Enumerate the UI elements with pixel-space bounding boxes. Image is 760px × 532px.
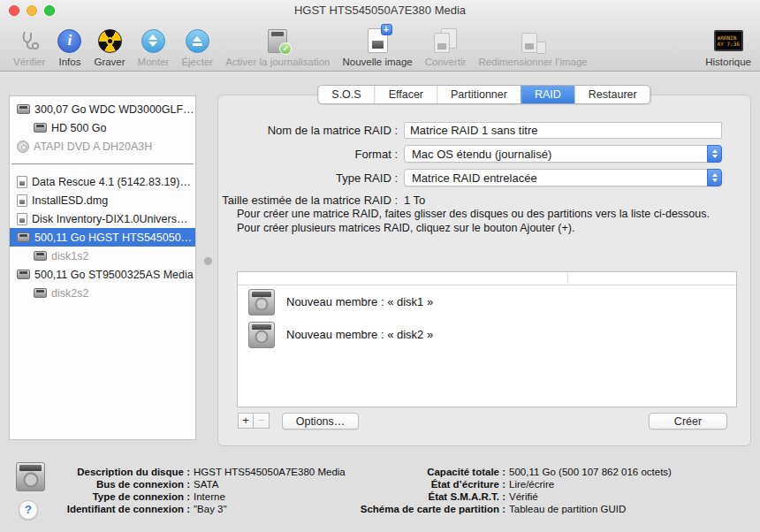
tab-sos[interactable]: S.O.S [318, 86, 374, 103]
sidebar-item-hd500[interactable]: HD 500 Go [10, 118, 195, 137]
toolbar-label: Vérifier [13, 57, 45, 67]
sidebar-item-diskinventory[interactable]: Disk Inventory-DIX1.0Univers… [10, 209, 195, 228]
hard-disk-icon [17, 232, 30, 242]
toolbar: Vérifier i Infos Graver Monter Éjecter ✓ [7, 20, 753, 70]
options-button[interactable]: Options… [282, 413, 359, 429]
resize-image-button[interactable]: Redimensionner l’image [478, 27, 587, 70]
format-popup-value: Mac OS étendu (journalisé) [412, 148, 551, 161]
sidebar-item-st9500[interactable]: 500,11 Go ST9500325AS Media [10, 265, 195, 284]
raid-type-popup[interactable]: Matrice RAID entrelacée [404, 169, 722, 186]
tab-bar: S.O.S Effacer Partitionner RAID Restaure… [317, 85, 650, 104]
info-value: "Bay 3" [190, 503, 227, 515]
info-column-left: Description du disque : HGST HTS545050A7… [53, 466, 346, 515]
convert-pages-icon [434, 27, 457, 54]
toolbar-label: Convertir [425, 57, 467, 67]
member-row-disk1[interactable]: Nouveau membre : « disk1 » [238, 285, 736, 318]
sidebar-item-label: disk2s2 [51, 287, 88, 300]
sidebar-item-datarescue[interactable]: Data Rescue 4.1 (5142.83.19)… [10, 172, 195, 191]
member-list-header [238, 272, 736, 285]
help-button[interactable]: ? [19, 500, 38, 520]
history-button[interactable]: WARNIN AY 7:36 Historique [705, 27, 751, 70]
window-chrome: HGST HTS545050A7E380 Media Vérifier i In… [0, 0, 760, 72]
column-divider [567, 273, 568, 284]
info-value: HGST HTS545050A7E380 Media [190, 466, 346, 478]
info-value: Lire/écrire [505, 478, 554, 490]
raid-form: Nom de la matrice RAID : Format : Mac OS… [218, 121, 750, 207]
info-value: Interne [190, 490, 225, 503]
toolbar-label: Éjecter [181, 57, 213, 67]
add-remove-group: + − [238, 413, 270, 429]
sidebar-item-dvd[interactable]: ATAPI DVD A DH20A3H [10, 137, 195, 156]
sidebar-item-disk2s2[interactable]: disk2s2 [10, 284, 195, 302]
convert-button[interactable]: Convertir [425, 27, 467, 70]
info-label: Schéma de carte de partition : [323, 503, 505, 515]
hard-disk-icon [248, 322, 275, 348]
info-value: Vérifié [505, 490, 538, 503]
raid-instructions: Pour créer une matrice RAID, faites glis… [237, 207, 736, 235]
sidebar-separator [11, 163, 194, 164]
add-member-button[interactable]: + [238, 413, 254, 429]
enable-journaling-button[interactable]: ✓ Activer la journalisation [225, 27, 330, 70]
eject-button[interactable]: Éjecter [181, 27, 213, 70]
sidebar-item-label: 500,11 Go ST9500325AS Media [34, 269, 194, 281]
estimated-size-value: 1 To [404, 194, 425, 207]
sidebar-item-label: 300,07 Go WDC WD3000GLF… [34, 103, 194, 116]
plus-badge-icon: + [381, 24, 392, 35]
sidebar-item-label: disk1s2 [51, 250, 88, 262]
burn-button[interactable]: Graver [94, 27, 125, 70]
new-image-icon: + [368, 27, 388, 54]
check-icon: ✓ [279, 42, 292, 55]
splitter-handle[interactable] [204, 257, 212, 265]
info-label: Description du disque : [53, 466, 190, 478]
mount-icon [141, 27, 165, 54]
hard-disk-icon [16, 462, 45, 491]
remove-member-button[interactable]: − [254, 413, 270, 429]
sidebar-item-installesd[interactable]: InstallESD.dmg [10, 191, 195, 209]
tab-restaurer[interactable]: Restaurer [574, 86, 650, 103]
tab-effacer[interactable]: Effacer [375, 86, 437, 103]
info-column-right: Capacité totale : 500,11 Go (500 107 862… [323, 466, 672, 515]
sidebar-item-hgst-selected[interactable]: 500,11 Go HGST HTS545050… [10, 228, 195, 247]
window-title: HGST HTS545050A7E380 Media [0, 4, 760, 17]
hard-disk-icon [248, 289, 275, 315]
sidebar-item-label: 500,11 Go HGST HTS545050… [34, 232, 192, 244]
stethoscope-icon [18, 27, 41, 54]
format-popup[interactable]: Mac OS étendu (journalisé) [404, 145, 722, 163]
create-button[interactable]: Créer [649, 413, 727, 429]
member-row-disk2[interactable]: Nouveau membre : « disk2 » [238, 318, 736, 351]
tab-partitionner[interactable]: Partitionner [437, 86, 521, 103]
sidebar-item-disk0[interactable]: 300,07 Go WDC WD3000GLF… [10, 100, 195, 118]
sidebar-item-label: HD 500 Go [51, 122, 107, 134]
info-value: 500,11 Go (500 107 862 016 octets) [505, 466, 672, 478]
info-label: État S.M.A.R.T. : [323, 490, 505, 503]
toolbar-label: Nouvelle image [342, 57, 412, 67]
info-button[interactable]: i Infos [57, 27, 81, 70]
optical-disc-icon [17, 141, 29, 153]
info-label: État d’écriture : [323, 478, 505, 490]
estimated-size-label: Taille estimée de la matrice RAID : [218, 194, 404, 207]
raid-name-input[interactable] [404, 122, 722, 139]
toolbar-label: Monter [138, 57, 170, 67]
hard-disk-icon [17, 104, 30, 114]
tab-raid[interactable]: RAID [521, 86, 574, 103]
toolbar-label: Redimensionner l’image [478, 57, 587, 67]
hard-disk-icon [34, 123, 47, 133]
info-label: Type de connexion : [53, 490, 190, 503]
verify-button[interactable]: Vérifier [13, 27, 45, 70]
disk-image-icon [17, 194, 27, 207]
disk-image-icon [17, 176, 27, 188]
member-label: Nouveau membre : « disk1 » [286, 295, 433, 308]
info-label: Identifiant de connexion : [53, 503, 190, 515]
device-sidebar: 300,07 Go WDC WD3000GLF… HD 500 Go ATAPI… [9, 95, 196, 440]
raid-pane: S.O.S Effacer Partitionner RAID Restaure… [217, 95, 751, 446]
disk-info-panel: ? Description du disque : HGST HTS545050… [0, 458, 760, 532]
toolbar-label: Historique [705, 57, 751, 67]
sidebar-item-disk1s2[interactable]: disk1s2 [10, 247, 195, 265]
sidebar-item-label: Disk Inventory-DIX1.0Univers… [32, 213, 187, 225]
mount-button[interactable]: Monter [138, 27, 170, 70]
raid-type-popup-value: Matrice RAID entrelacée [412, 171, 537, 185]
sidebar-item-label: InstallESD.dmg [32, 194, 108, 207]
toolbar-label: Infos [58, 57, 80, 67]
info-label: Bus de connexion : [53, 478, 190, 490]
new-image-button[interactable]: + Nouvelle image [342, 27, 412, 70]
